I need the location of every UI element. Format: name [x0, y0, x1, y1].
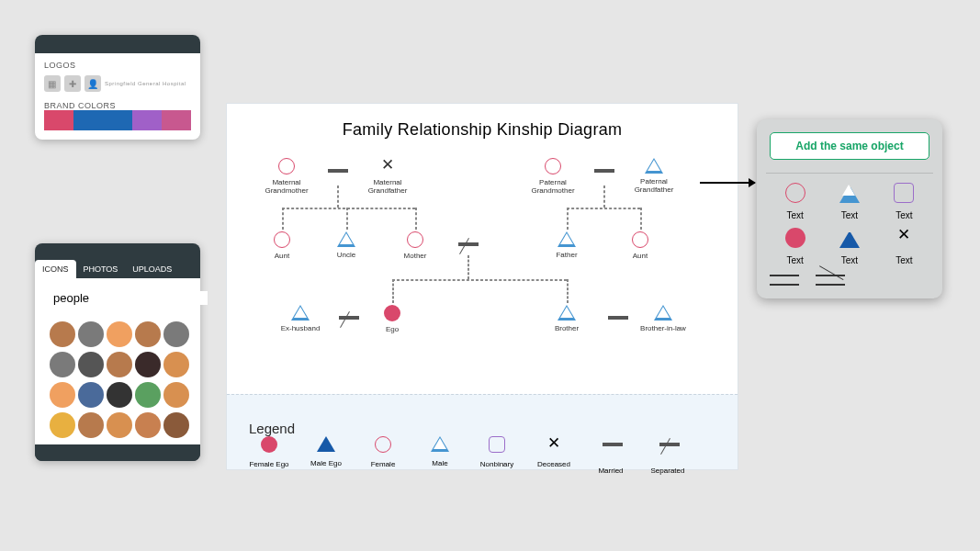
person-icon[interactable]	[78, 382, 104, 408]
person-icon[interactable]	[163, 382, 189, 408]
swatch[interactable]	[103, 110, 132, 130]
logo-icon[interactable]: ▦	[44, 75, 61, 92]
person-icon[interactable]	[50, 352, 75, 377]
people-icon-grid	[44, 315, 191, 444]
separated-connector	[458, 242, 479, 246]
node-maternal-grandmother[interactable]: Maternal Grandmother	[254, 158, 319, 195]
legend-female: Female	[363, 436, 403, 475]
node-brother[interactable]: Brother	[535, 305, 599, 332]
node-paternal-grandmother[interactable]: Paternal Grandmother	[521, 158, 585, 195]
person-icon[interactable]	[107, 382, 132, 408]
palette-nonbinary[interactable]: Text	[879, 183, 929, 220]
swatch[interactable]	[73, 110, 103, 130]
legend-title: Legend	[249, 421, 295, 436]
kinship-diagram: Maternal Grandmother ✕Maternal Grandfath…	[227, 140, 738, 388]
palette-male[interactable]: Text	[824, 183, 874, 220]
married-connector	[328, 169, 348, 173]
palette-female-ego[interactable]: Text	[770, 228, 820, 265]
diagram-title: Family Relationship Kinship Diagram	[227, 120, 738, 140]
swatch[interactable]	[162, 110, 191, 130]
person-icon[interactable]	[50, 382, 75, 408]
hospital-name: Springfield General Hospital	[105, 81, 186, 87]
person-icon[interactable]	[107, 321, 132, 347]
node-maternal-grandfather[interactable]: ✕Maternal Grandfather	[355, 158, 420, 195]
person-icon[interactable]	[78, 412, 104, 438]
search-input[interactable]	[53, 291, 208, 305]
node-aunt[interactable]: Aunt	[608, 231, 672, 260]
person-icon[interactable]	[78, 321, 104, 347]
palette-married-connector[interactable]	[770, 275, 799, 286]
legend-male-ego: Male Ego	[306, 436, 346, 475]
logos-heading: LOGOS	[44, 61, 191, 70]
legend-deceased: ✕Deceased	[534, 436, 574, 475]
married-connector	[594, 169, 614, 173]
add-same-object-button[interactable]: Add the same object	[770, 132, 929, 160]
swatch[interactable]	[44, 110, 73, 130]
brand-panel-header	[35, 35, 200, 53]
legend-separated: Separated	[648, 436, 688, 475]
person-icon[interactable]	[107, 412, 132, 438]
person-icon[interactable]	[163, 412, 189, 438]
app-topbar	[0, 0, 980, 28]
person-icon[interactable]	[107, 352, 132, 377]
person-icon[interactable]	[135, 382, 161, 408]
palette-divider	[766, 173, 933, 174]
palette-male-ego[interactable]: Text	[824, 228, 874, 265]
legend-male: Male	[420, 436, 460, 475]
node-mother[interactable]: Mother	[383, 231, 447, 260]
node-ego[interactable]: Ego	[360, 305, 424, 333]
tab-uploads[interactable]: UPLOADS	[125, 260, 179, 278]
tab-photos[interactable]: PHOTOS	[76, 260, 126, 278]
logo-icon[interactable]: ✚	[64, 75, 81, 92]
node-paternal-grandfather[interactable]: Paternal Grandfather	[622, 158, 686, 194]
node-uncle[interactable]: Uncle	[314, 231, 378, 259]
person-icon[interactable]	[78, 352, 104, 377]
logo-icon[interactable]: 👤	[84, 75, 101, 92]
person-icon[interactable]	[163, 352, 189, 377]
brand-color-swatches	[44, 110, 191, 130]
node-father[interactable]: Father	[535, 231, 599, 259]
legend-female-ego: Female Ego	[249, 436, 289, 475]
node-aunt[interactable]: Aunt	[250, 231, 314, 260]
separated-connector	[339, 316, 359, 320]
person-icon[interactable]	[50, 412, 75, 438]
diagram-canvas[interactable]: Family Relationship Kinship Diagram Mate…	[226, 103, 738, 470]
brand-panel: LOGOS ▦ ✚ 👤 Springfield General Hospital…	[35, 35, 200, 140]
icon-search[interactable]	[46, 286, 189, 309]
callout-arrow	[700, 182, 755, 184]
brand-colors-heading: BRAND COLORS	[44, 101, 191, 110]
icon-picker-tabs: ICONS PHOTOS UPLOADS	[35, 260, 200, 278]
legend-nonbinary: Nonbinary	[477, 436, 517, 475]
logo-row: ▦ ✚ 👤 Springfield General Hospital	[44, 75, 191, 92]
tab-icons[interactable]: ICONS	[35, 260, 76, 278]
icon-picker-panel: ICONS PHOTOS UPLOADS	[35, 243, 200, 461]
legend: Legend Female Ego Male Ego Female Male N…	[227, 394, 738, 469]
legend-married: Married	[591, 436, 631, 475]
person-icon[interactable]	[163, 321, 189, 347]
palette-deceased[interactable]: ✕Text	[879, 228, 929, 265]
married-connector	[608, 316, 628, 320]
person-icon[interactable]	[50, 321, 75, 347]
palette-separated-connector[interactable]	[816, 275, 845, 286]
palette-female[interactable]: Text	[770, 183, 820, 220]
shape-palette: Add the same object Text Text Text Text …	[757, 119, 942, 298]
person-icon[interactable]	[135, 412, 161, 438]
person-icon[interactable]	[135, 352, 161, 377]
node-brother-in-law[interactable]: Brother-in-law	[631, 305, 695, 332]
swatch[interactable]	[132, 110, 162, 130]
person-icon[interactable]	[135, 321, 161, 347]
node-ex-husband[interactable]: Ex-husband	[268, 305, 332, 332]
